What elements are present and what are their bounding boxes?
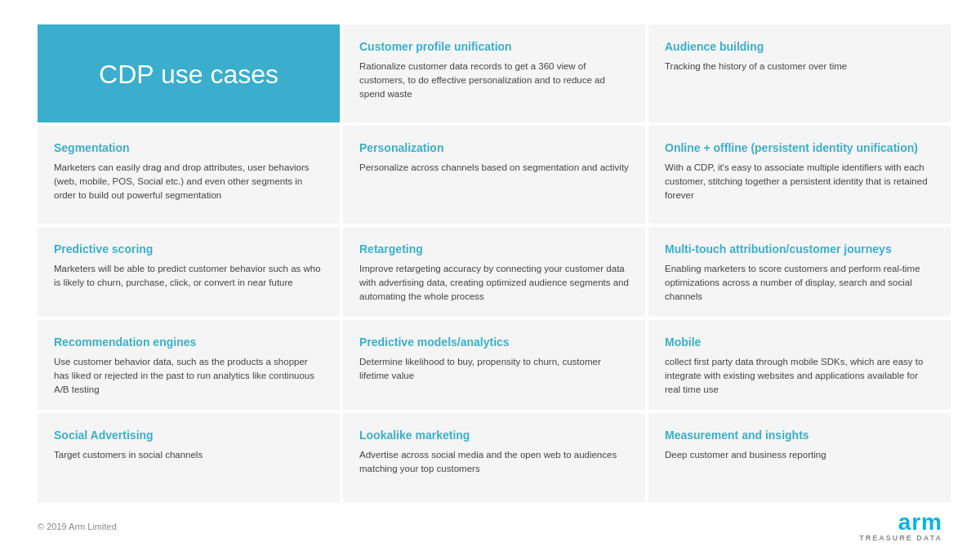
cell-title-online-offline: Online + offline (persistent identity un…: [665, 140, 934, 155]
cell-title-mobile: Mobile: [665, 335, 934, 349]
cell-title-recommendation: Recommendation engines: [54, 335, 323, 349]
page: CDP use cases Customer profile unificati…: [0, 0, 980, 551]
arm-sub: TREASURE DATA: [859, 534, 942, 542]
arm-brand: arm: [898, 511, 942, 534]
cell-predictive-scoring: Predictive scoring Marketers will be abl…: [38, 227, 340, 317]
cell-body-predictive-scoring: Marketers will be able to predict custom…: [54, 262, 323, 289]
cell-title-predictive-scoring: Predictive scoring: [54, 242, 323, 256]
cell-body-retargeting: Improve retargeting accuracy by connecti…: [359, 262, 629, 303]
cell-customer-profile-unification: Customer profile unification Rationalize…: [343, 24, 645, 122]
cell-personalization: Personalization Personalize across chann…: [343, 126, 645, 224]
cell-body-multi-touch: Enabling marketers to score customers an…: [665, 262, 934, 303]
copyright-text: © 2019 Arm Limited: [38, 522, 117, 531]
cell-body-audience: Tracking the history of a customer over …: [665, 60, 934, 73]
cell-title-social-advertising: Social Advertising: [54, 428, 323, 442]
cell-body-lookalike: Advertise across social media and the op…: [359, 448, 629, 475]
cell-title-customer-profile: Customer profile unification: [359, 39, 629, 54]
cell-segmentation: Segmentation Marketers can easily drag a…: [38, 126, 340, 224]
cell-body-recommendation: Use customer behavior data, such as the …: [54, 355, 323, 396]
cell-body-social-advertising: Target customers in social channels: [54, 448, 323, 462]
cell-multi-touch: Multi-touch attribution/customer journey…: [648, 227, 951, 317]
main-grid: CDP use cases Customer profile unificati…: [38, 24, 942, 503]
cell-body-mobile: collect first party data through mobile …: [665, 355, 934, 396]
footer: © 2019 Arm Limited arm TREASURE DATA: [38, 503, 942, 542]
arm-logo: arm TREASURE DATA: [859, 511, 942, 542]
cell-body-measurement: Deep customer and business reporting: [665, 448, 934, 462]
hero-cell: CDP use cases: [38, 24, 340, 122]
cell-title-predictive-models: Predictive models/analytics: [359, 335, 629, 349]
cell-title-retargeting: Retargeting: [359, 242, 629, 256]
cell-title-lookalike: Lookalike marketing: [359, 428, 629, 442]
cell-predictive-models: Predictive models/analytics Determine li…: [343, 320, 645, 410]
cell-title-segmentation: Segmentation: [54, 140, 323, 155]
cell-recommendation-engines: Recommendation engines Use customer beha…: [38, 320, 340, 410]
cell-online-offline: Online + offline (persistent identity un…: [648, 126, 951, 224]
cell-body-customer-profile: Rationalize customer data records to get…: [359, 60, 629, 100]
cell-social-advertising: Social Advertising Target customers in s…: [38, 413, 340, 503]
cell-retargeting: Retargeting Improve retargeting accuracy…: [343, 227, 645, 317]
cell-body-segmentation: Marketers can easily drag and drop attri…: [54, 161, 323, 202]
cell-title-personalization: Personalization: [359, 140, 629, 155]
cell-mobile: Mobile collect first party data through …: [648, 320, 951, 410]
cell-title-multi-touch: Multi-touch attribution/customer journey…: [665, 242, 934, 256]
cell-body-online-offline: With a CDP, it's easy to associate multi…: [665, 161, 934, 202]
cell-audience-building: Audience building Tracking the history o…: [648, 24, 951, 122]
cell-title-audience: Audience building: [665, 39, 934, 54]
cell-measurement-insights: Measurement and insights Deep customer a…: [648, 413, 951, 503]
cell-body-predictive-models: Determine likelihood to buy, propensity …: [359, 355, 629, 382]
cell-body-personalization: Personalize across channels based on seg…: [359, 161, 629, 175]
cell-title-measurement: Measurement and insights: [665, 428, 934, 442]
cell-lookalike-marketing: Lookalike marketing Advertise across soc…: [343, 413, 645, 503]
hero-title: CDP use cases: [99, 59, 278, 90]
